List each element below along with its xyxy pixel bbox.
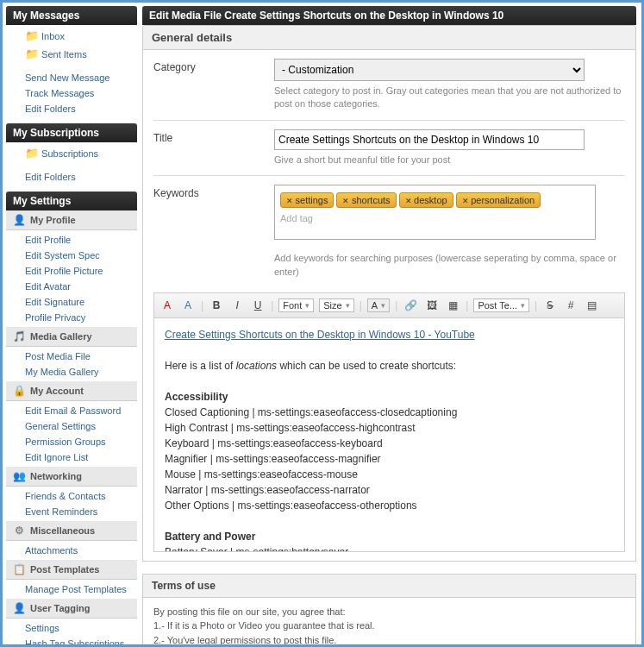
sidebar-item[interactable]: Settings: [6, 620, 137, 636]
underline-button[interactable]: U: [250, 297, 266, 314]
text-color-select[interactable]: A: [367, 298, 390, 312]
people-icon: 👥: [13, 470, 25, 482]
person-icon: 👤: [13, 602, 25, 614]
rich-text-editor: A A | B I U | Font Size | A | 🔗 🖼 ▦ | Po…: [153, 292, 625, 552]
keywords-hint: Add keywords for searching purposes (low…: [274, 252, 625, 279]
editor-line: Narrator | ms-settings:easeofaccess-narr…: [165, 482, 614, 498]
sidebar-item[interactable]: My Media Gallery: [6, 364, 137, 380]
tag-placeholder: Add tag: [280, 213, 590, 223]
lock-icon: 🔒: [13, 385, 25, 397]
sidebar-item[interactable]: Edit Profile: [6, 232, 137, 248]
hashtag-button[interactable]: #: [563, 297, 578, 314]
category-label: Category: [153, 59, 274, 111]
editor-text: which can be used to create shortcuts:: [277, 360, 456, 372]
sidebar-item[interactable]: Hash Tag Subscriptions: [6, 636, 137, 644]
my-profile-label: My Profile: [30, 215, 76, 225]
folder-icon: 📁: [25, 29, 39, 42]
networking-head: 👥Networking: [6, 467, 137, 487]
send-new-message-link[interactable]: Send New Message: [6, 70, 137, 85]
sidebar-item[interactable]: Profile Privacy: [6, 310, 137, 325]
terms-line: 1.- If it is a Photo or Video you guaran…: [153, 619, 625, 633]
my-settings-panel: My Settings 👤My Profile Edit ProfileEdit…: [6, 192, 137, 644]
editor-toolbar: A A | B I U | Font Size | A | 🔗 🖼 ▦ | Po…: [154, 293, 624, 318]
title-label: Title: [153, 129, 274, 166]
category-hint: Select category to post in. Gray out cat…: [274, 85, 625, 111]
sidebar-item[interactable]: Edit Ignore List: [6, 449, 137, 465]
sidebar-item[interactable]: Friends & Contacts: [6, 488, 137, 504]
font-select[interactable]: Font: [278, 298, 314, 312]
my-subscriptions-panel: My Subscriptions 📁 Subscriptions Edit Fo…: [6, 123, 137, 186]
subscriptions-label: Subscriptions: [41, 148, 98, 159]
my-account-head: 🔒My Account: [6, 381, 137, 401]
general-details-head: General details: [142, 25, 636, 50]
folder-icon: 📁: [25, 47, 39, 60]
code-button[interactable]: ▤: [584, 297, 599, 314]
my-account-label: My Account: [30, 386, 84, 396]
media-button[interactable]: ▦: [445, 297, 460, 314]
miscellaneous-head: ⚙Miscellaneous: [6, 521, 137, 541]
title-input[interactable]: [274, 129, 585, 150]
italic-button[interactable]: I: [229, 297, 245, 314]
sidebar-item[interactable]: Post Media File: [6, 349, 137, 364]
sidebar-item[interactable]: Edit Signature: [6, 294, 137, 310]
highlight-color-button[interactable]: A: [180, 297, 196, 314]
user-tagging-head: 👤User Tagging: [6, 599, 137, 619]
editor-line: High Contrast | ms-settings:easeofaccess…: [165, 420, 614, 436]
post-template-select[interactable]: Post Te...: [473, 298, 529, 312]
title-hint: Give a short but meanful title for your …: [274, 154, 625, 166]
keyword-tag[interactable]: shortcuts: [336, 192, 396, 208]
sidebar-item[interactable]: Event Reminders: [6, 504, 137, 519]
keywords-label: Keywords: [153, 185, 274, 279]
sidebar-item[interactable]: Attachments: [6, 543, 137, 558]
my-messages-panel: My Messages 📁 Inbox 📁 Sent Items Send Ne…: [6, 6, 137, 118]
post-templates-head: 📋Post Templates: [6, 560, 137, 580]
my-profile-head: 👤My Profile: [6, 210, 137, 230]
editor-text: locations: [236, 360, 277, 372]
person-icon: 👤: [13, 214, 25, 226]
post-templates-label: Post Templates: [30, 564, 100, 575]
music-icon: 🎵: [13, 330, 25, 342]
editor-link[interactable]: Create Settings Shortcuts on the Desktop…: [165, 329, 475, 341]
inbox-link[interactable]: 📁 Inbox: [6, 27, 137, 45]
keywords-input[interactable]: settingsshortcutsdesktoppersonalization …: [274, 185, 596, 240]
sidebar-item[interactable]: Edit Email & Password: [6, 403, 137, 418]
text-color-button[interactable]: A: [159, 297, 175, 314]
editor-content[interactable]: Create Settings Shortcuts on the Desktop…: [154, 318, 624, 551]
my-settings-head: My Settings: [6, 192, 137, 210]
keyword-tag[interactable]: desktop: [399, 192, 453, 208]
networking-label: Networking: [30, 471, 82, 481]
keyword-tag[interactable]: settings: [280, 192, 334, 208]
terms-head: Terms of use: [142, 574, 636, 598]
media-gallery-label: Media Gallery: [30, 331, 92, 342]
keyword-tag[interactable]: personalization: [456, 192, 541, 208]
sent-label: Sent Items: [41, 49, 87, 60]
general-details-form: Category - Customization Select category…: [142, 50, 636, 562]
terms-section: Terms of use By posting this file on our…: [142, 574, 636, 644]
sidebar-item[interactable]: Permission Groups: [6, 434, 137, 449]
editor-text: Here is a list of: [165, 360, 236, 372]
strikethrough-button[interactable]: S̶: [542, 297, 558, 314]
link-button[interactable]: 🔗: [403, 297, 419, 314]
sidebar-item[interactable]: General Settings: [6, 418, 137, 434]
sidebar-item[interactable]: Edit Avatar: [6, 279, 137, 294]
image-button[interactable]: 🖼: [424, 297, 440, 314]
sidebar-item[interactable]: Manage Post Templates: [6, 581, 137, 597]
my-messages-head: My Messages: [6, 6, 137, 25]
page-title: Edit Media File Create Settings Shortcut…: [142, 6, 636, 25]
editor-line: Magnifier | ms-settings:easeofaccess-mag…: [165, 451, 614, 467]
category-select[interactable]: - Customization: [274, 59, 585, 81]
terms-line: By posting this file on our site, you ag…: [153, 605, 625, 619]
edit-folders-link[interactable]: Edit Folders: [6, 101, 137, 116]
track-messages-link[interactable]: Track Messages: [6, 85, 137, 101]
editor-heading: Accessibility: [165, 391, 228, 403]
gear-icon: ⚙: [13, 525, 25, 537]
sidebar-item[interactable]: Edit Profile Picture: [6, 263, 137, 279]
bold-button[interactable]: B: [209, 297, 224, 314]
sidebar-item[interactable]: Edit System Spec: [6, 248, 137, 263]
edit-folders-link[interactable]: Edit Folders: [6, 169, 137, 185]
editor-line: Closed Captioning | ms-settings:easeofac…: [165, 405, 614, 420]
my-subscriptions-head: My Subscriptions: [6, 123, 137, 142]
sent-items-link[interactable]: 📁 Sent Items: [6, 45, 137, 63]
subscriptions-link[interactable]: 📁 Subscriptions: [6, 144, 137, 162]
size-select[interactable]: Size: [319, 298, 353, 312]
